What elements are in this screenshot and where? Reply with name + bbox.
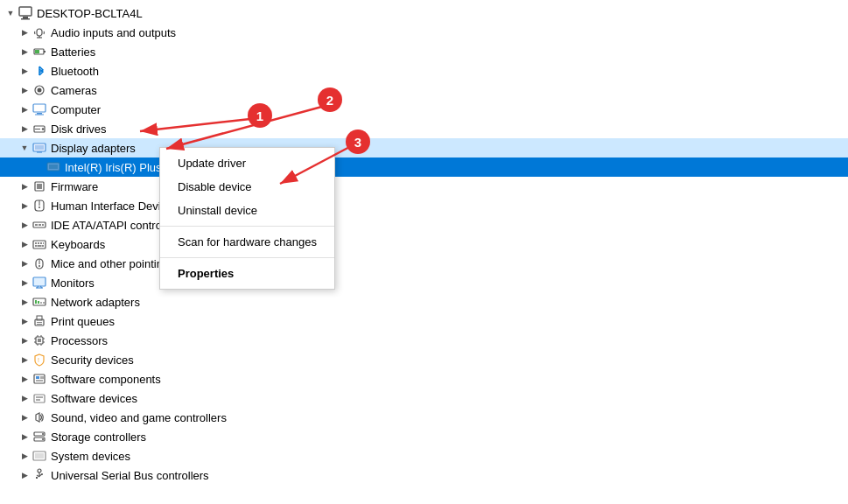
tree-item-sound[interactable]: Sound, video and game controllers <box>0 408 848 427</box>
context-menu-uninstall[interactable]: Uninstall device <box>160 199 334 222</box>
tree-container[interactable]: DESKTOP-BCLTA4L Audio inputs and outputs <box>0 0 848 504</box>
tree-item-storage[interactable]: Storage controllers <box>0 427 848 446</box>
disk-chevron <box>18 122 32 136</box>
svg-rect-33 <box>38 242 39 244</box>
security-icon: ! <box>32 352 47 368</box>
svg-rect-2 <box>21 18 30 20</box>
tree-item-computer[interactable]: Computer <box>0 100 848 119</box>
batteries-icon <box>32 44 47 60</box>
context-menu-scan[interactable]: Scan for hardware changes <box>160 230 334 254</box>
tree-item-intel[interactable]: Intel(R) Iris(R) Plus Graphics <box>0 158 848 177</box>
svg-rect-21 <box>49 164 58 169</box>
context-menu-properties[interactable]: Properties <box>160 262 334 285</box>
context-menu-sep2 <box>160 257 334 258</box>
tree-root[interactable]: DESKTOP-BCLTA4L <box>0 4 848 23</box>
disable-device-label: Disable device <box>178 180 252 193</box>
context-menu-disable[interactable]: Disable device <box>160 175 334 199</box>
sound-label: Sound, video and game controllers <box>51 411 844 424</box>
tree-item-softdev[interactable]: Software devices <box>0 388 848 408</box>
audio-label: Audio inputs and outputs <box>51 26 844 39</box>
softdev-chevron <box>18 391 32 405</box>
bluetooth-label: Bluetooth <box>51 65 844 78</box>
tree-item-ide[interactable]: IDE ATA/ATAPI controllers <box>0 215 848 234</box>
tree-item-print[interactable]: Print queues <box>0 312 848 331</box>
ide-chevron <box>18 218 32 232</box>
system-chevron <box>18 449 32 463</box>
svg-rect-30 <box>42 224 44 226</box>
tree-item-keyboards[interactable]: Keyboards <box>0 234 848 254</box>
computer-icon <box>18 5 33 21</box>
tree-item-cameras[interactable]: Cameras <box>0 80 848 100</box>
tree-item-usb[interactable]: Universal Serial Bus controllers <box>0 466 848 485</box>
svg-rect-54 <box>37 324 42 325</box>
svg-rect-31 <box>33 241 46 248</box>
computer-label: Computer <box>51 103 844 116</box>
tree-item-mice[interactable]: Mice and other pointing devices <box>0 254 848 273</box>
disk-label: Disk drives <box>51 122 844 136</box>
cameras-chevron <box>18 83 32 97</box>
processors-chevron <box>18 333 32 347</box>
tree-item-processors[interactable]: Processors <box>0 331 848 350</box>
batteries-label: Batteries <box>51 46 844 59</box>
svg-rect-69 <box>36 380 43 382</box>
sound-chevron <box>18 410 32 424</box>
tree-item-network[interactable]: Network adapters <box>0 292 848 312</box>
computer-tree-icon <box>32 102 47 117</box>
usb-label: Universal Serial Bus controllers <box>51 469 844 482</box>
processors-label: Processors <box>51 334 844 347</box>
tree-item-security[interactable]: ! Security devices <box>0 350 848 369</box>
svg-rect-37 <box>38 245 42 247</box>
svg-rect-56 <box>38 339 41 342</box>
tree-item-monitors[interactable]: Monitors <box>0 273 848 292</box>
softcomp-icon <box>32 371 47 387</box>
hid-chevron <box>18 199 32 213</box>
tree-item-batteries[interactable]: Batteries <box>0 42 848 61</box>
network-icon <box>32 294 47 310</box>
scan-label: Scan for hardware changes <box>178 235 317 248</box>
tree-item-audio[interactable]: Audio inputs and outputs <box>0 23 848 42</box>
print-chevron <box>18 314 32 328</box>
network-chevron <box>18 295 32 309</box>
properties-label: Properties <box>178 267 234 280</box>
storage-label: Storage controllers <box>51 430 844 444</box>
svg-rect-38 <box>42 245 44 247</box>
root-chevron <box>4 6 18 20</box>
svg-point-76 <box>42 433 44 435</box>
svg-rect-0 <box>19 7 32 16</box>
mice-chevron <box>18 256 32 270</box>
softcomp-label: Software components <box>51 373 844 386</box>
network-label: Network adapters <box>51 296 844 309</box>
tree-item-softcomp[interactable]: Software components <box>0 369 848 388</box>
svg-point-15 <box>42 128 44 130</box>
svg-rect-79 <box>35 453 44 458</box>
system-label: System devices <box>51 450 844 463</box>
tree-item-disk[interactable]: Disk drives <box>0 119 848 138</box>
tree-item-firmware[interactable]: Firmware <box>0 177 848 196</box>
context-menu-sep1 <box>160 226 334 227</box>
computer-chevron <box>18 102 32 116</box>
svg-rect-12 <box>37 113 42 115</box>
tree-item-display[interactable]: Display adapters <box>0 138 848 158</box>
svg-rect-23 <box>37 184 42 189</box>
monitors-chevron <box>18 276 32 290</box>
svg-rect-11 <box>33 104 46 112</box>
tree-item-bluetooth[interactable]: Bluetooth <box>0 61 848 80</box>
svg-rect-47 <box>35 300 37 304</box>
cameras-label: Cameras <box>51 84 844 97</box>
tree-item-system[interactable]: System devices <box>0 446 848 466</box>
usb-chevron <box>18 468 32 482</box>
cameras-icon <box>32 82 47 98</box>
keyboards-chevron <box>18 237 32 251</box>
svg-rect-42 <box>33 277 46 286</box>
display-chevron <box>18 141 32 155</box>
monitors-icon <box>32 275 47 290</box>
svg-rect-49 <box>40 302 42 304</box>
audio-chevron <box>18 25 32 39</box>
svg-rect-68 <box>40 376 44 379</box>
context-menu-update[interactable]: Update driver <box>160 151 334 175</box>
softdev-label: Software devices <box>51 392 844 405</box>
hid-icon <box>32 198 47 214</box>
bluetooth-chevron <box>18 64 32 78</box>
svg-point-41 <box>39 265 40 267</box>
tree-item-hid[interactable]: Human Interface Devices <box>0 196 848 215</box>
